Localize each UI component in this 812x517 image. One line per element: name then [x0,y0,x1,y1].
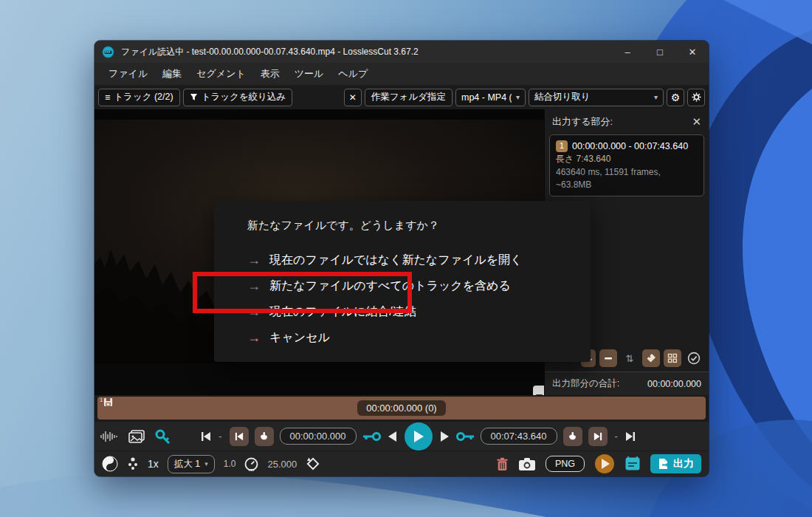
playback-rate-label[interactable]: 1x [148,458,159,470]
menu-file[interactable]: ファイル [102,64,154,83]
dialog-option-cancel[interactable]: → キャンセル [247,325,568,351]
check-circle-icon [687,352,701,365]
next-keyframe-key-icon[interactable] [455,431,475,442]
dialog-title: 新たなファイルです。どうしますか？ [247,219,568,233]
transport-controls: - 00:00:00.000 [94,422,709,451]
cog-icon [692,92,701,102]
dialog-option-label: 新たなファイルのすべてのトラックを含める [269,278,511,294]
timeline-wrap: 1 00:00:00.000 (0) [94,395,709,422]
label-segment-button[interactable] [642,349,660,367]
segments-panel-title: 出力する部分: [552,115,613,129]
window-title: ファイル読込中 - test-00.00.00.000-00.07.43.640… [121,46,419,58]
trash-icon[interactable] [496,457,509,471]
step-back-icon[interactable] [388,431,397,442]
settings-gear-button[interactable]: ⚙ [667,89,684,106]
close-file-button[interactable]: ✕ [344,89,362,106]
select-segments-button[interactable] [685,349,703,367]
minus-icon [604,354,613,363]
gear-icon: ⚙ [671,92,681,103]
option-arrow-icon: → [247,304,261,320]
cut-end-time-input[interactable]: 00:07:43.640 [481,428,557,445]
toolbar: ≡ トラック (2/2) トラックを絞り込み ✕ 作業フォルダ指定 mp4 - … [94,85,709,109]
dialog-option-merge-into-current[interactable]: → 現在のファイルに結合/連結 [247,299,568,325]
toggle-advanced-yinyang-icon[interactable] [102,456,118,472]
export-button-label: 出力 [673,457,694,470]
menu-view[interactable]: 表示 [254,64,286,83]
jump-end-icon[interactable] [625,431,636,442]
filter-funnel-icon [190,93,198,101]
step-forward-icon[interactable] [440,431,450,442]
reorder-segments-button[interactable]: ⇅ [621,349,639,367]
set-cut-start-button[interactable] [255,427,274,446]
export-preview-play-icon[interactable] [594,453,615,474]
segments-grid-icon [667,353,678,363]
working-dir-label: 作業フォルダ指定 [371,91,446,103]
waveform-icon[interactable] [100,431,118,442]
save-segment-icon [103,397,113,407]
swap-updown-icon: ⇅ [626,353,634,364]
export-total-row: 出力部分の合計: 00:00:00.000 [545,372,709,395]
rotation-diamond-icon[interactable] [306,456,320,471]
menu-edit[interactable]: 編集 [156,64,188,83]
thumbnails-icon[interactable] [128,430,145,443]
preferences-cog-button[interactable] [687,89,705,106]
output-format-select[interactable]: mp4 - MP4 (M ▾ [455,89,526,106]
titlebar[interactable]: ファイル読込中 - test-00.00.00.000-00.07.43.640… [94,41,709,63]
timeline-segment-bar[interactable]: 1 00:00:00.000 (0) [97,397,706,420]
dash-separator: - [217,431,223,442]
export-button[interactable]: 出力 [650,454,701,473]
camera-snapshot-icon[interactable] [518,457,536,471]
segment-list-notes-icon[interactable] [625,456,641,472]
fps-speedometer-icon[interactable] [244,457,258,471]
prev-keyframe-key-icon[interactable] [362,431,382,442]
segment-filesize: ~63.8MB [556,179,698,191]
segments-panel-close-icon[interactable]: ✕ [692,115,701,129]
maximize-button[interactable]: □ [644,41,676,63]
keyframes-toggle-icon[interactable] [155,429,171,444]
seek-prev-keyframe-button[interactable] [230,427,249,446]
snapshot-format-button[interactable]: PNG [546,456,585,472]
statusbar: 1x 拡大 1 ▾ 1.0 25.000 [94,451,709,476]
tracks-button-label: トラック (2/2) [114,91,173,103]
segment-list-item[interactable]: 1 00:00:00.000 - 00:07:43.640 長さ 7:43.64… [549,134,704,196]
menu-segment[interactable]: セグメント [190,64,252,83]
cut-start-time-input[interactable]: 00:00:00.000 [280,428,357,445]
dialog-option-include-all-tracks[interactable]: → 新たなファイルのすべてのトラックを含める [247,273,568,299]
timeline-current-time: 00:00:00.000 (0) [357,400,445,416]
hand-set-end-icon [568,431,577,441]
segment-duration: 長さ 7:43.640 [556,153,698,165]
filter-tracks-button[interactable]: トラックを絞り込み [183,89,293,106]
minimize-button[interactable]: – [611,41,644,63]
set-cut-end-button[interactable] [563,427,582,446]
play-icon [413,430,424,443]
chevron-down-icon: ▾ [204,460,208,468]
export-file-icon [658,458,669,470]
subtitles-icon[interactable] [532,385,544,395]
prev-keyframe-icon [235,432,244,441]
split-segments-button[interactable] [664,349,681,367]
invert-segments-button[interactable] [599,349,617,367]
close-button[interactable]: ✕ [676,41,709,63]
seek-next-keyframe-button[interactable] [588,427,608,446]
zoom-ratio-label: 1.0 [224,459,236,469]
chevron-down-icon: ▾ [512,93,520,101]
dash-separator: - [613,431,619,442]
option-arrow-icon: → [247,253,261,268]
track-list-icon: ≡ [105,92,110,103]
working-dir-button[interactable]: 作業フォルダ指定 [365,89,453,106]
app-window: ファイル読込中 - test-00.00.00.000-00.07.43.640… [94,41,709,476]
next-keyframe-icon [593,432,602,441]
motion-dots-icon[interactable] [127,456,139,471]
export-total-value: 00:00:00.000 [647,379,701,389]
play-button[interactable] [405,422,433,451]
menu-help[interactable]: ヘルプ [331,64,374,83]
menu-tools[interactable]: ツール [288,64,331,83]
export-total-label: 出力部分の合計: [552,377,619,390]
tracks-button[interactable]: ≡ トラック (2/2) [98,89,180,106]
cut-mode-select[interactable]: 結合切り取り ▾ [529,89,664,106]
jump-start-icon[interactable] [201,431,211,442]
dialog-option-open-new-file[interactable]: → 現在のファイルではなく新たなファイルを開く [247,247,568,273]
zoom-select[interactable]: 拡大 1 ▾ [168,455,215,473]
timeline-segment-index: 1 [100,397,103,403]
new-file-dialog: 新たなファイルです。どうしますか？ → 現在のファイルではなく新たなファイルを開… [214,201,591,362]
